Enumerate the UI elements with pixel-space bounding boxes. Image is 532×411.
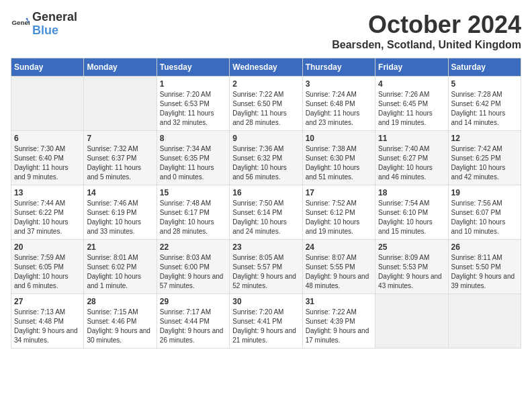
day-info: Sunrise: 7:46 AMSunset: 6:19 PMDaylight:… bbox=[87, 199, 153, 236]
logo: General General Blue bbox=[11, 11, 77, 38]
day-info: Sunrise: 7:38 AMSunset: 6:30 PMDaylight:… bbox=[306, 144, 372, 182]
day-cell: 19Sunrise: 7:56 AMSunset: 6:07 PMDayligh… bbox=[448, 185, 521, 240]
day-cell: 7Sunrise: 7:32 AMSunset: 6:37 PMDaylight… bbox=[84, 131, 157, 185]
day-number: 30 bbox=[232, 297, 299, 306]
day-cell: 21Sunrise: 8:01 AMSunset: 6:02 PMDayligh… bbox=[84, 240, 157, 294]
day-info: Sunrise: 7:22 AMSunset: 4:39 PMDaylight:… bbox=[306, 308, 372, 345]
day-info: Sunrise: 7:17 AMSunset: 4:44 PMDaylight:… bbox=[160, 308, 226, 345]
day-number: 22 bbox=[160, 242, 226, 252]
day-cell: 15Sunrise: 7:48 AMSunset: 6:17 PMDayligh… bbox=[157, 185, 229, 240]
day-info: Sunrise: 7:54 AMSunset: 6:10 PMDaylight:… bbox=[378, 199, 445, 236]
day-cell: 27Sunrise: 7:13 AMSunset: 4:48 PMDayligh… bbox=[11, 294, 84, 349]
day-cell bbox=[84, 77, 157, 131]
day-info: Sunrise: 7:42 AMSunset: 6:25 PMDaylight:… bbox=[451, 144, 518, 182]
day-number: 17 bbox=[306, 188, 372, 197]
day-number: 1 bbox=[160, 79, 226, 89]
day-info: Sunrise: 7:56 AMSunset: 6:07 PMDaylight:… bbox=[451, 199, 518, 236]
week-row-3: 13Sunrise: 7:44 AMSunset: 6:22 PMDayligh… bbox=[11, 185, 521, 240]
day-info: Sunrise: 8:03 AMSunset: 6:00 PMDaylight:… bbox=[160, 253, 226, 291]
day-cell: 6Sunrise: 7:30 AMSunset: 6:40 PMDaylight… bbox=[11, 131, 84, 185]
day-number: 15 bbox=[160, 188, 226, 197]
day-cell: 3Sunrise: 7:24 AMSunset: 6:48 PMDaylight… bbox=[302, 77, 375, 131]
day-cell: 1Sunrise: 7:20 AMSunset: 6:53 PMDaylight… bbox=[157, 77, 229, 131]
day-number: 26 bbox=[451, 242, 518, 252]
day-number: 29 bbox=[160, 297, 226, 306]
day-number: 12 bbox=[451, 134, 518, 143]
day-number: 27 bbox=[14, 297, 81, 306]
day-cell: 12Sunrise: 7:42 AMSunset: 6:25 PMDayligh… bbox=[448, 131, 521, 185]
col-header-monday: Monday bbox=[84, 58, 157, 77]
day-info: Sunrise: 7:48 AMSunset: 6:17 PMDaylight:… bbox=[160, 199, 226, 236]
day-info: Sunrise: 7:28 AMSunset: 6:42 PMDaylight:… bbox=[451, 90, 518, 128]
day-info: Sunrise: 8:07 AMSunset: 5:55 PMDaylight:… bbox=[306, 253, 372, 291]
day-info: Sunrise: 7:22 AMSunset: 6:50 PMDaylight:… bbox=[232, 90, 299, 128]
col-header-saturday: Saturday bbox=[448, 58, 521, 77]
day-cell: 2Sunrise: 7:22 AMSunset: 6:50 PMDaylight… bbox=[230, 77, 302, 131]
day-number: 9 bbox=[232, 134, 299, 143]
day-cell: 11Sunrise: 7:40 AMSunset: 6:27 PMDayligh… bbox=[375, 131, 448, 185]
day-number: 25 bbox=[378, 242, 445, 252]
day-cell: 26Sunrise: 8:11 AMSunset: 5:50 PMDayligh… bbox=[448, 240, 521, 294]
day-number: 21 bbox=[87, 242, 153, 252]
day-cell: 28Sunrise: 7:15 AMSunset: 4:46 PMDayligh… bbox=[84, 294, 157, 349]
day-info: Sunrise: 7:44 AMSunset: 6:22 PMDaylight:… bbox=[14, 199, 81, 236]
day-number: 19 bbox=[451, 188, 518, 197]
day-cell: 18Sunrise: 7:54 AMSunset: 6:10 PMDayligh… bbox=[375, 185, 448, 240]
logo-general: General bbox=[32, 11, 77, 24]
col-header-wednesday: Wednesday bbox=[230, 58, 302, 77]
logo-blue: Blue bbox=[32, 24, 77, 38]
col-header-sunday: Sunday bbox=[11, 58, 84, 77]
week-row-4: 20Sunrise: 7:59 AMSunset: 6:05 PMDayligh… bbox=[11, 240, 521, 294]
page-header: General General Blue October 2024 Bearsd… bbox=[11, 11, 521, 51]
day-cell: 20Sunrise: 7:59 AMSunset: 6:05 PMDayligh… bbox=[11, 240, 84, 294]
day-number: 13 bbox=[14, 188, 81, 197]
col-header-friday: Friday bbox=[375, 58, 448, 77]
day-number: 4 bbox=[378, 79, 445, 89]
day-info: Sunrise: 7:30 AMSunset: 6:40 PMDaylight:… bbox=[14, 144, 81, 182]
day-number: 28 bbox=[87, 297, 153, 306]
day-info: Sunrise: 7:50 AMSunset: 6:14 PMDaylight:… bbox=[232, 199, 299, 236]
day-cell: 17Sunrise: 7:52 AMSunset: 6:12 PMDayligh… bbox=[302, 185, 375, 240]
day-info: Sunrise: 7:24 AMSunset: 6:48 PMDaylight:… bbox=[306, 90, 372, 128]
day-info: Sunrise: 8:09 AMSunset: 5:53 PMDaylight:… bbox=[378, 253, 445, 291]
day-cell: 25Sunrise: 8:09 AMSunset: 5:53 PMDayligh… bbox=[375, 240, 448, 294]
day-cell: 13Sunrise: 7:44 AMSunset: 6:22 PMDayligh… bbox=[11, 185, 84, 240]
day-cell: 8Sunrise: 7:34 AMSunset: 6:35 PMDaylight… bbox=[157, 131, 229, 185]
header-row: SundayMondayTuesdayWednesdayThursdayFrid… bbox=[11, 58, 521, 77]
day-cell: 24Sunrise: 8:07 AMSunset: 5:55 PMDayligh… bbox=[302, 240, 375, 294]
day-info: Sunrise: 7:20 AMSunset: 4:41 PMDaylight:… bbox=[232, 308, 299, 345]
day-cell bbox=[11, 77, 84, 131]
week-row-2: 6Sunrise: 7:30 AMSunset: 6:40 PMDaylight… bbox=[11, 131, 521, 185]
day-number: 2 bbox=[232, 79, 299, 89]
col-header-tuesday: Tuesday bbox=[157, 58, 229, 77]
day-number: 10 bbox=[306, 134, 372, 143]
day-info: Sunrise: 7:20 AMSunset: 6:53 PMDaylight:… bbox=[160, 90, 226, 128]
logo-icon: General bbox=[11, 15, 30, 34]
day-number: 18 bbox=[378, 188, 445, 197]
day-cell: 30Sunrise: 7:20 AMSunset: 4:41 PMDayligh… bbox=[230, 294, 302, 349]
day-number: 3 bbox=[306, 79, 372, 89]
day-info: Sunrise: 8:01 AMSunset: 6:02 PMDaylight:… bbox=[87, 253, 153, 291]
day-info: Sunrise: 7:36 AMSunset: 6:32 PMDaylight:… bbox=[232, 144, 299, 182]
day-info: Sunrise: 7:59 AMSunset: 6:05 PMDaylight:… bbox=[14, 253, 81, 291]
day-number: 20 bbox=[14, 242, 81, 252]
day-number: 31 bbox=[306, 297, 372, 306]
day-number: 16 bbox=[232, 188, 299, 197]
day-number: 6 bbox=[14, 134, 81, 143]
title-block: October 2024 Bearsden, Scotland, United … bbox=[332, 11, 521, 51]
day-number: 8 bbox=[160, 134, 226, 143]
day-info: Sunrise: 7:52 AMSunset: 6:12 PMDaylight:… bbox=[306, 199, 372, 236]
day-cell: 29Sunrise: 7:17 AMSunset: 4:44 PMDayligh… bbox=[157, 294, 229, 349]
col-header-thursday: Thursday bbox=[302, 58, 375, 77]
day-info: Sunrise: 7:26 AMSunset: 6:45 PMDaylight:… bbox=[378, 90, 445, 128]
day-info: Sunrise: 7:40 AMSunset: 6:27 PMDaylight:… bbox=[378, 144, 445, 182]
day-number: 24 bbox=[306, 242, 372, 252]
day-info: Sunrise: 7:34 AMSunset: 6:35 PMDaylight:… bbox=[160, 144, 226, 182]
day-cell: 22Sunrise: 8:03 AMSunset: 6:00 PMDayligh… bbox=[157, 240, 229, 294]
week-row-1: 1Sunrise: 7:20 AMSunset: 6:53 PMDaylight… bbox=[11, 77, 521, 131]
day-info: Sunrise: 7:15 AMSunset: 4:46 PMDaylight:… bbox=[87, 308, 153, 345]
day-cell: 14Sunrise: 7:46 AMSunset: 6:19 PMDayligh… bbox=[84, 185, 157, 240]
day-cell: 23Sunrise: 8:05 AMSunset: 5:57 PMDayligh… bbox=[230, 240, 302, 294]
day-info: Sunrise: 8:11 AMSunset: 5:50 PMDaylight:… bbox=[451, 253, 518, 291]
day-cell: 16Sunrise: 7:50 AMSunset: 6:14 PMDayligh… bbox=[230, 185, 302, 240]
